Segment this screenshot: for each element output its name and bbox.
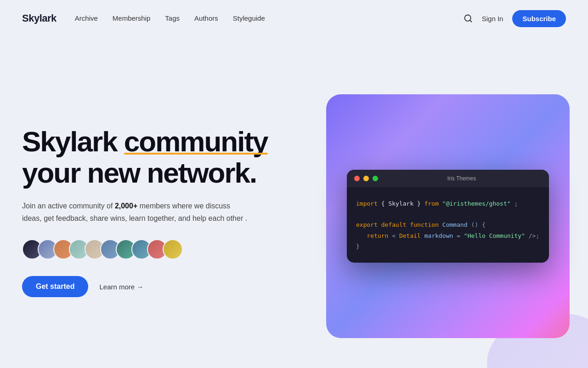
nav-link-tags[interactable]: Tags (165, 14, 180, 22)
search-icon (464, 14, 473, 23)
window-dot-green (373, 176, 378, 181)
avatar (163, 239, 183, 259)
hero-title: Skylark community your new network. (22, 126, 268, 189)
nav-link-authors[interactable]: Authors (194, 14, 218, 22)
brand-logo[interactable]: Skylark (22, 12, 57, 24)
nav-item-styleguide[interactable]: Styleguide (233, 14, 265, 23)
hero-member-count: 2,000+ (115, 202, 137, 210)
learn-more-link[interactable]: Learn more → (99, 283, 143, 291)
hero-right: Iris Themes import { Skylark } from "@ir… (312, 37, 588, 368)
hero-title-highlight: community (124, 126, 268, 157)
svg-line-1 (470, 20, 472, 22)
main-content: Skylark community your new network. Join… (0, 37, 588, 368)
code-body: import { Skylark } from "@iristhemes/gho… (347, 187, 549, 263)
get-started-button[interactable]: Get started (22, 276, 88, 297)
nav-right: Sign In Subscribe (464, 10, 566, 27)
navbar: Skylark Archive Membership Tags Authors … (0, 0, 588, 37)
code-line-blank (356, 209, 540, 219)
code-line-3: export default function Command () { (356, 219, 540, 230)
hero-left: Skylark community your new network. Join… (22, 126, 268, 298)
code-window-title: Iris Themes (447, 175, 476, 182)
hero-title-line1: Skylark community (22, 126, 268, 157)
nav-item-tags[interactable]: Tags (165, 14, 180, 23)
code-line-4: return < Detail markdown = "Hello Commun… (356, 230, 540, 241)
window-dot-yellow (363, 176, 369, 181)
search-button[interactable] (464, 14, 473, 23)
hero-description: Join an active community of 2,000+ membe… (22, 200, 252, 224)
sign-in-button[interactable]: Sign In (482, 15, 503, 23)
nav-links: Archive Membership Tags Authors Stylegui… (75, 14, 265, 23)
avatar-group (22, 239, 268, 259)
subscribe-button[interactable]: Subscribe (512, 10, 566, 27)
window-dot-red (354, 176, 360, 181)
code-line-1: import { Skylark } from "@iristhemes/gho… (356, 198, 540, 209)
cta-row: Get started Learn more → (22, 276, 268, 297)
nav-link-membership[interactable]: Membership (113, 14, 151, 22)
hero-desc-prefix: Join an active community of (22, 202, 115, 210)
code-titlebar: Iris Themes (347, 170, 549, 187)
hero-title-line2: your new network. (22, 157, 256, 189)
nav-link-archive[interactable]: Archive (75, 14, 98, 22)
nav-link-styleguide[interactable]: Styleguide (233, 14, 265, 22)
nav-item-authors[interactable]: Authors (194, 14, 218, 23)
code-window: Iris Themes import { Skylark } from "@ir… (347, 170, 549, 263)
nav-item-membership[interactable]: Membership (113, 14, 151, 23)
gradient-card: Iris Themes import { Skylark } from "@ir… (326, 94, 570, 338)
nav-item-archive[interactable]: Archive (75, 14, 98, 23)
code-line-5: } (356, 241, 540, 252)
